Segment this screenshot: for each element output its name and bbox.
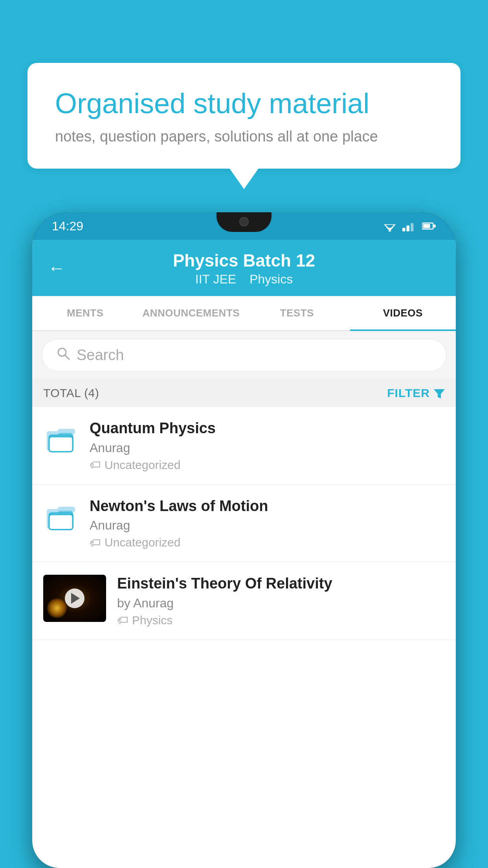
folder-icon-wrap: [43, 419, 79, 454]
svg-point-3: [389, 230, 391, 232]
bubble-subtitle: notes, question papers, solutions all at…: [55, 128, 433, 145]
svg-rect-9: [434, 224, 436, 228]
play-button[interactable]: [65, 588, 84, 608]
video-info: Quantum Physics Anurag 🏷 Uncategorized: [90, 419, 445, 472]
svg-rect-6: [411, 223, 414, 232]
svg-rect-18: [49, 515, 73, 530]
svg-line-11: [65, 355, 69, 359]
folder-icon-wrap: [43, 497, 79, 532]
video-tag: 🏷 Uncategorized: [90, 458, 445, 472]
svg-rect-4: [402, 228, 405, 232]
video-tag: 🏷 Physics: [117, 614, 445, 627]
play-icon: [71, 593, 80, 604]
phone-frame: 14:29 ← P: [32, 212, 456, 868]
speech-bubble: Organised study material notes, question…: [28, 63, 460, 169]
folder-icon: [45, 500, 77, 532]
search-input[interactable]: Search: [77, 347, 124, 364]
tab-videos[interactable]: VIDEOS: [350, 296, 456, 330]
video-info: Newton's Laws of Motion Anurag 🏷 Uncateg…: [90, 497, 445, 550]
video-title: Newton's Laws of Motion: [90, 497, 445, 515]
notch: [216, 212, 272, 232]
video-author: Anurag: [90, 518, 445, 533]
search-bar-wrap: Search: [32, 331, 456, 379]
video-title: Einstein's Theory Of Relativity: [117, 575, 445, 593]
tab-ments[interactable]: MENTS: [32, 296, 138, 330]
status-bar: 14:29: [32, 212, 456, 240]
folder-icon: [45, 423, 77, 454]
list-item[interactable]: Einstein's Theory Of Relativity by Anura…: [32, 562, 456, 640]
thumbnail-glow: [47, 598, 67, 618]
video-title: Quantum Physics: [90, 419, 445, 438]
search-icon: [56, 346, 70, 364]
list-item[interactable]: Newton's Laws of Motion Anurag 🏷 Uncateg…: [32, 485, 456, 563]
header-iit-jee: IIT JEE: [195, 272, 236, 286]
video-author: Anurag: [90, 441, 445, 455]
back-button[interactable]: ←: [48, 258, 65, 278]
list-item[interactable]: Quantum Physics Anurag 🏷 Uncategorized: [32, 407, 456, 485]
filter-icon: [434, 388, 445, 399]
svg-rect-5: [407, 226, 410, 232]
tag-icon: 🏷: [90, 536, 101, 549]
app-header: ← Physics Batch 12 IIT JEE Physics: [32, 240, 456, 296]
bubble-title: Organised study material: [55, 86, 433, 120]
header-subtitle: IIT JEE Physics: [48, 272, 440, 287]
header-physics: Physics: [250, 272, 293, 286]
status-icons: [383, 221, 436, 232]
tabs-bar: MENTS ANNOUNCEMENTS TESTS VIDEOS: [32, 296, 456, 331]
wifi-icon: [383, 221, 397, 232]
phone-screen: ← Physics Batch 12 IIT JEE Physics MENTS…: [32, 240, 456, 868]
search-bar[interactable]: Search: [42, 339, 446, 371]
battery-icon: [422, 221, 436, 232]
status-time: 14:29: [52, 219, 83, 234]
filter-button[interactable]: FILTER: [387, 386, 445, 400]
tag-icon: 🏷: [117, 614, 128, 627]
video-thumbnail: [43, 575, 106, 622]
tab-announcements[interactable]: ANNOUNCEMENTS: [138, 296, 244, 330]
svg-rect-15: [49, 437, 73, 452]
video-info: Einstein's Theory Of Relativity by Anura…: [117, 575, 445, 627]
total-count: TOTAL (4): [43, 386, 99, 400]
signal-icon: [402, 221, 416, 232]
video-tag: 🏷 Uncategorized: [90, 536, 445, 549]
header-title: Physics Batch 12: [48, 251, 440, 270]
tab-tests[interactable]: TESTS: [244, 296, 350, 330]
camera-notch: [239, 217, 249, 226]
svg-marker-12: [434, 389, 445, 399]
filter-row: TOTAL (4) FILTER: [32, 379, 456, 407]
video-author: by Anurag: [117, 596, 445, 611]
svg-rect-8: [423, 224, 430, 228]
tag-icon: 🏷: [90, 458, 101, 471]
